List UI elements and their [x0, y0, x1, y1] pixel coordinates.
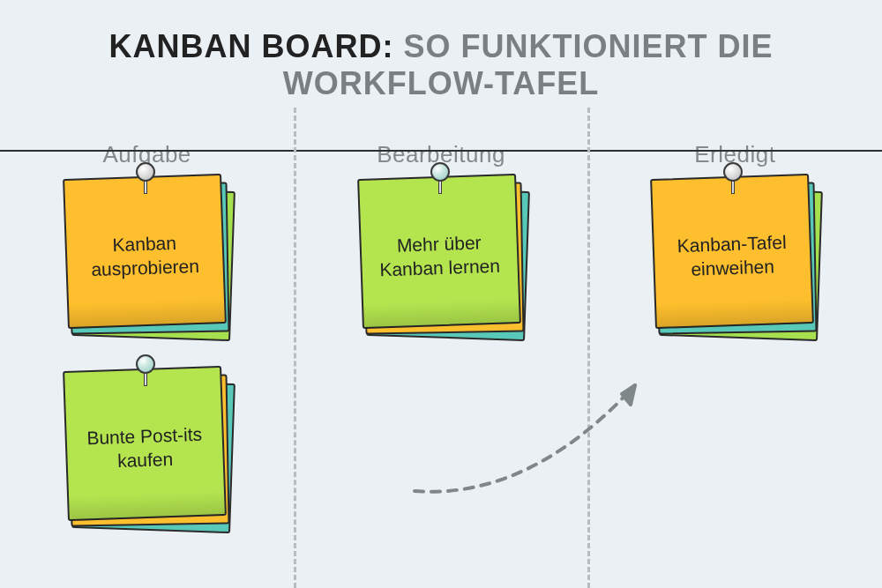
pushpin-icon — [430, 162, 450, 192]
sticky-note: Kanban-Tafel einweihen — [649, 173, 821, 336]
pushpin-icon — [136, 162, 155, 192]
title-bold: KANBAN BOARD: — [109, 28, 394, 64]
pushpin-icon — [136, 354, 155, 384]
sticky-note: Bunte Post-its kaufen — [62, 365, 234, 528]
sticky-note: Mehr über Kanban lernen — [356, 173, 528, 336]
board-area: Kanban ausprobieren Bunte Post-its kaufe… — [0, 152, 882, 588]
sticky-text: Kanban ausprobieren — [63, 174, 227, 329]
page-title: KANBAN BOARD: SO FUNKTIONIERT DIE WORKFL… — [0, 0, 882, 141]
flow-arrow-icon — [406, 368, 670, 526]
sticky-text: Mehr über Kanban lernen — [357, 174, 521, 329]
sticky-text: Kanban-Tafel einweihen — [650, 174, 814, 329]
svg-marker-0 — [621, 385, 635, 406]
pushpin-icon — [723, 162, 743, 192]
sticky-note: Kanban ausprobieren — [62, 173, 234, 336]
sticky-text: Bunte Post-its kaufen — [63, 366, 227, 521]
